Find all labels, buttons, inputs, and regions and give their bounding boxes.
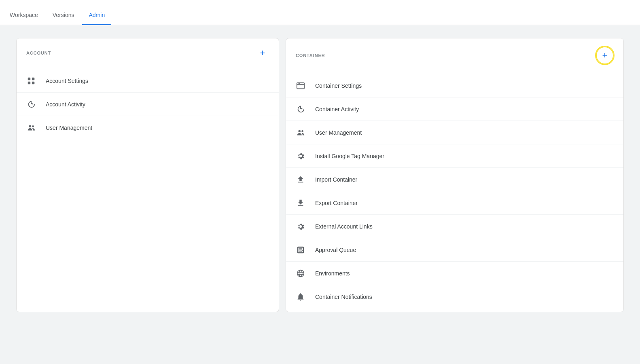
svg-point-12	[297, 270, 304, 277]
download-icon	[296, 198, 305, 208]
svg-point-13	[299, 270, 302, 277]
account-user-management-label: User Management	[46, 125, 92, 131]
people-icon-2	[296, 128, 305, 138]
browser-icon	[296, 81, 305, 91]
grid-icon	[26, 76, 36, 86]
upload-icon	[296, 175, 305, 184]
container-panel-title: CONTAINER	[296, 53, 325, 58]
tab-workspace[interactable]: Workspace	[10, 12, 45, 25]
account-activity-label: Account Activity	[46, 101, 85, 108]
main-content: ACCOUNT + Account Settings	[0, 25, 640, 325]
external-account-links-item[interactable]: External Account Links	[286, 215, 623, 238]
container-notifications-item[interactable]: Container Notifications	[286, 285, 623, 309]
container-activity-item[interactable]: Container Activity	[286, 97, 623, 121]
container-panel-header: CONTAINER +	[286, 38, 623, 71]
top-navigation: Workspace Versions Admin	[0, 0, 640, 25]
approval-queue-item[interactable]: Approval Queue	[286, 238, 623, 262]
bell-icon	[296, 292, 305, 302]
people-icon	[26, 123, 36, 133]
account-settings-item[interactable]: Account Settings	[17, 69, 279, 93]
account-panel: ACCOUNT + Account Settings	[16, 38, 279, 312]
install-gtm-item[interactable]: Install Google Tag Manager	[286, 144, 623, 168]
svg-rect-2	[28, 81, 30, 84]
container-settings-label: Container Settings	[315, 83, 362, 89]
import-container-item[interactable]: Import Container	[286, 168, 623, 191]
svg-point-10	[299, 130, 301, 132]
svg-rect-1	[32, 77, 34, 80]
account-menu-list: Account Settings Account Activity	[17, 66, 279, 143]
account-panel-header: ACCOUNT +	[17, 38, 279, 66]
panels-wrapper: ACCOUNT + Account Settings	[16, 38, 624, 312]
svg-rect-3	[32, 81, 34, 84]
environments-label: Environments	[315, 270, 350, 277]
environments-item[interactable]: Environments	[286, 262, 623, 285]
history-icon-2	[296, 104, 305, 114]
svg-rect-0	[28, 77, 30, 80]
container-user-management-item[interactable]: User Management	[286, 121, 623, 144]
tab-admin[interactable]: Admin	[82, 12, 111, 25]
container-activity-label: Container Activity	[315, 106, 359, 112]
svg-point-4	[29, 125, 32, 128]
account-settings-label: Account Settings	[46, 78, 88, 84]
svg-point-5	[32, 125, 34, 127]
tab-versions[interactable]: Versions	[46, 12, 81, 25]
svg-point-8	[298, 83, 299, 84]
account-activity-item[interactable]: Account Activity	[17, 93, 279, 116]
import-container-label: Import Container	[315, 176, 357, 183]
svg-point-9	[299, 83, 300, 84]
approval-icon	[296, 245, 305, 255]
approval-queue-label: Approval Queue	[315, 247, 356, 253]
export-container-label: Export Container	[315, 200, 358, 206]
container-panel: CONTAINER + Container Settings	[286, 38, 624, 312]
export-container-item[interactable]: Export Container	[286, 191, 623, 215]
globe-icon	[296, 269, 305, 278]
history-icon	[26, 99, 36, 109]
gear-icon	[296, 151, 305, 161]
add-container-button-highlight: +	[596, 47, 614, 64]
external-account-links-label: External Account Links	[315, 223, 373, 230]
container-notifications-label: Container Notifications	[315, 294, 372, 300]
gear2-icon	[296, 222, 305, 231]
account-user-management-item[interactable]: User Management	[17, 116, 279, 140]
container-menu-list: Container Settings Container Activity	[286, 71, 623, 312]
add-container-button[interactable]: +	[598, 49, 611, 62]
container-settings-item[interactable]: Container Settings	[286, 74, 623, 97]
install-gtm-label: Install Google Tag Manager	[315, 153, 384, 159]
account-panel-title: ACCOUNT	[26, 51, 51, 55]
svg-point-11	[301, 130, 303, 132]
add-account-button[interactable]: +	[256, 47, 269, 59]
container-user-management-label: User Management	[315, 129, 362, 136]
